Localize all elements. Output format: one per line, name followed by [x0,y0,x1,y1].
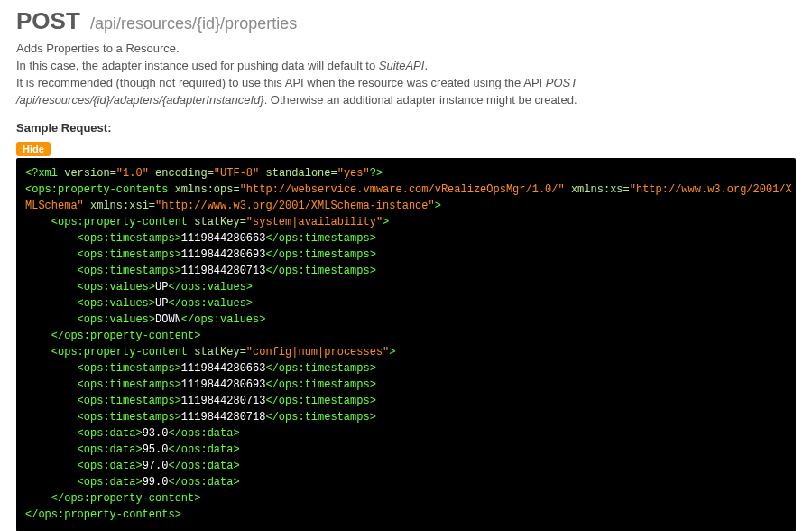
desc-line-2-post: . [424,59,428,72]
endpoint-path: /api/resources/{id}/properties [90,14,297,33]
desc-line-2-emph: SuiteAPI [379,59,425,72]
desc-line-2: In this case, the adapter instance used … [16,58,796,75]
http-method: POST [16,7,80,34]
toggle-sample-button[interactable]: Hide [16,142,51,156]
endpoint-title: POST /api/resources/{id}/properties [16,7,796,35]
desc-line-3-post: . Otherwise an additional adapter instan… [264,93,577,107]
desc-line-3-pre: It is recommended (though not required) … [16,76,546,89]
sample-request-label: Sample Request: [16,121,796,135]
sample-xml-code: <?xml version="1.0" encoding="UTF-8" sta… [16,158,796,531]
desc-line-1: Adds Properties to a Resource. [16,41,796,58]
desc-line-3: It is recommended (though not required) … [16,75,796,109]
desc-line-2-pre: In this case, the adapter instance used … [16,59,379,72]
endpoint-description: Adds Properties to a Resource. In this c… [16,41,796,108]
